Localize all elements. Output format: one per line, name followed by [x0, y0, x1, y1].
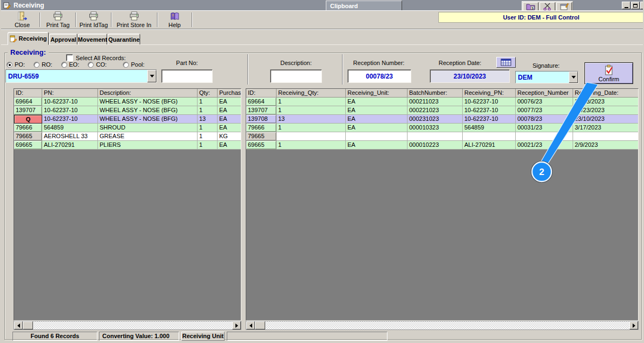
grid-cell[interactable]: 10-62237-10 [42, 98, 98, 106]
part-no-input[interactable] [161, 69, 213, 83]
grid-cell[interactable]: 10-62237-10 [463, 115, 516, 124]
row-id-cell[interactable]: 139708 [246, 115, 277, 124]
column-header[interactable]: Receiving_Qty: [277, 89, 346, 98]
grid-cell[interactable]: 1 [277, 106, 346, 115]
column-header[interactable]: Receiving_PN: [463, 89, 516, 98]
table-row[interactable]: 796661EA00001032356485900031/233/17/2023 [246, 124, 639, 132]
scrollbar-thumb[interactable] [23, 321, 33, 329]
grid-cell[interactable]: ALI-270291 [463, 141, 516, 150]
grid-cell[interactable]: 1 [198, 124, 218, 132]
select-all-records-checkbox[interactable]: Select All Records: [66, 54, 126, 61]
row-id-cell[interactable]: 69664 [14, 98, 42, 106]
grid-cell[interactable]: EA [218, 115, 241, 124]
grid-cell[interactable]: 564859 [463, 124, 516, 132]
grid-cell[interactable]: 1 [198, 98, 218, 106]
quarantine-button[interactable]: Q [14, 115, 42, 124]
grid-cell[interactable]: PLIERS [98, 141, 198, 150]
grid-cell[interactable]: EA [218, 124, 241, 132]
chevron-down-icon[interactable] [147, 70, 156, 82]
grid-cell[interactable]: 00078/23 [516, 115, 573, 124]
scrollbar-thumb[interactable] [255, 321, 265, 329]
row-id-cell[interactable]: 139707 [246, 106, 277, 115]
grid-cell[interactable]: WHEEL ASSY - NOSE (BFG) [98, 115, 198, 124]
confirm-button[interactable]: Confirm [584, 62, 633, 84]
receiving-unit-button[interactable]: Receiving Unit [181, 332, 225, 341]
table-row[interactable]: 13970710-62237-10WHEEL ASSY - NOSE (BFG)… [14, 106, 241, 115]
scroll-right-button[interactable] [232, 321, 241, 329]
grid-cell[interactable]: KG [218, 132, 241, 141]
column-header[interactable]: Receiving_Date: [573, 89, 639, 98]
close-button[interactable]: Close [5, 11, 39, 28]
radio-po[interactable]: PO: [6, 61, 25, 68]
tab-movement[interactable]: Movement [78, 34, 107, 45]
grid-cell[interactable]: GREASE [98, 132, 198, 141]
row-id-cell[interactable]: 139707 [14, 106, 42, 115]
table-row[interactable]: 79665AEROSHELL 33GREASE1KG [14, 132, 241, 141]
scroll-left-button[interactable] [246, 321, 255, 329]
grid-cell[interactable]: SHROUD [98, 124, 198, 132]
row-id-cell[interactable]: 79665 [14, 132, 42, 141]
row-id-cell[interactable]: 79666 [14, 124, 42, 132]
left-grid-hscrollbar[interactable] [14, 321, 241, 330]
grid-cell[interactable]: EA [218, 141, 241, 150]
grid-cell[interactable]: ALI-270291 [42, 141, 98, 150]
grid-cell[interactable]: WHEEL ASSY - NOSE (BFG) [98, 98, 198, 106]
grid-cell[interactable]: WHEEL ASSY - NOSE (BFG) [98, 106, 198, 115]
tab-receiving[interactable]: Receiving [8, 32, 49, 45]
restore-button[interactable] [631, 2, 640, 9]
row-id-cell[interactable]: 79666 [246, 124, 277, 132]
grid-cell[interactable]: 1 [277, 98, 346, 106]
grid-cell[interactable] [346, 132, 408, 141]
radio-pool[interactable]: Pool: [123, 61, 144, 68]
chevron-down-icon[interactable] [569, 72, 578, 83]
grid-cell[interactable] [463, 132, 516, 141]
grid-cell[interactable]: 000211023 [408, 98, 463, 106]
reception-number-field[interactable]: 00078/23 [347, 69, 411, 83]
description-input[interactable] [270, 69, 322, 83]
grid-cell[interactable]: 00076/23 [516, 98, 573, 106]
grid-cell[interactable] [408, 132, 463, 141]
grid-cell[interactable]: EA [218, 98, 241, 106]
grid-cell[interactable]: EA [346, 124, 408, 132]
table-row[interactable]: Q10-62237-10WHEEL ASSY - NOSE (BFG)13EA [14, 115, 241, 124]
help-button[interactable]: Help [159, 11, 190, 28]
grid-cell[interactable]: 10-62237-10 [463, 98, 516, 106]
close-window-button[interactable]: × [640, 2, 644, 9]
table-row[interactable]: 6966410-62237-10WHEEL ASSY - NOSE (BFG)1… [14, 98, 241, 106]
grid-cell[interactable]: 13 [277, 115, 346, 124]
column-header[interactable]: Receiving_Unit: [346, 89, 408, 98]
radio-eo[interactable]: EO: [61, 61, 80, 68]
grid-cell[interactable]: 000221023 [408, 106, 463, 115]
tab-approval[interactable]: Approval [49, 34, 77, 45]
grid-cell[interactable]: 000010323 [408, 124, 463, 132]
radio-co[interactable]: CO: [88, 61, 107, 68]
table-row[interactable]: 1397071EA00022102310-62237-1000077/2310/… [246, 106, 639, 115]
grid-cell[interactable]: 000010223 [408, 141, 463, 150]
column-header[interactable]: Purchas [218, 89, 241, 98]
grid-cell[interactable]: 1 [198, 141, 218, 150]
column-header[interactable]: PN: [42, 89, 98, 98]
grid-cell[interactable]: EA [218, 106, 241, 115]
grid-cell[interactable]: 10-62237-10 [42, 115, 98, 124]
grid-cell[interactable]: 00031/23 [516, 124, 573, 132]
scroll-left-button[interactable] [14, 321, 23, 329]
grid-cell[interactable]: 1 [277, 124, 346, 132]
table-row[interactable]: 696641EA00021102310-62237-1000076/2310/2… [246, 98, 639, 106]
radio-ro[interactable]: RO: [34, 61, 52, 68]
table-row[interactable]: 696651EA000010223ALI-27029100021/232/9/2… [246, 141, 639, 150]
grid-cell[interactable]: 10/23/2023 [573, 98, 639, 106]
grid-cell[interactable]: 564859 [42, 124, 98, 132]
table-row[interactable]: 13970813EA00023102310-62237-1000078/2323… [246, 115, 639, 124]
grid-cell[interactable]: 2/9/2023 [573, 141, 639, 150]
grid-cell[interactable]: 10-62237-10 [42, 106, 98, 115]
order-number-combobox[interactable]: DRU-6559 [5, 69, 157, 83]
column-header[interactable]: ID: [14, 89, 42, 98]
grid-cell[interactable]: 00021/23 [516, 141, 573, 150]
print-tag-button[interactable]: Print Tag [41, 11, 75, 28]
column-header[interactable]: Reception_Number [516, 89, 573, 98]
reception-date-field[interactable]: 23/10/2023 [430, 69, 510, 83]
row-id-cell[interactable]: 69665 [14, 141, 42, 150]
grid-cell[interactable]: EA [346, 106, 408, 115]
signature-combobox[interactable]: DEM [515, 71, 579, 83]
clipboard-window-titlebar[interactable]: Clipboard [326, 1, 402, 11]
